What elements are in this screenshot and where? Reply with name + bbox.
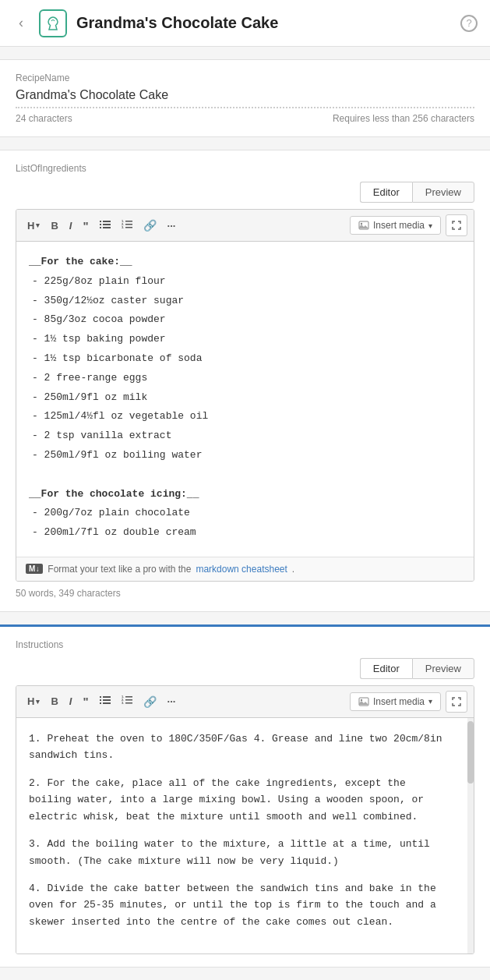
ingredients-line-7: - 250ml/9fl oz milk [29,390,461,406]
bold-button[interactable]: B [46,218,62,234]
recipe-name-meta: 24 characters Requires less than 256 cha… [16,113,474,124]
heading-button[interactable]: H▾ [23,218,44,234]
main-content: RecipeName Grandma's Chocolate Cake 24 c… [0,47,490,980]
svg-rect-2 [100,224,101,225]
recipe-name-value[interactable]: Grandma's Chocolate Cake [16,88,474,108]
insert-media-chevron: ▾ [428,221,432,230]
help-button[interactable]: ? [460,15,478,32]
instructions-para-2: 2. For the cake, place all of the cake i… [29,775,452,825]
ingredients-section: ListOfIngredients Editor Preview H▾ B I … [0,150,490,612]
ingredients-line-11: __For the chocolate icing:__ [29,486,461,503]
svg-rect-7 [125,221,132,222]
svg-rect-5 [103,227,111,228]
tab-preview-instructions[interactable]: Preview [412,658,474,679]
ingredients-word-count: 50 words, 349 characters [16,588,474,599]
insert-media-button[interactable]: Insert media ▾ [350,216,441,235]
instructions-para-1: 1. Preheat the oven to 180C/350F/Gas 4. … [29,731,452,764]
ingredients-line-4: - 1½ tsp baking powder [29,331,461,348]
instructions-unordered-list-button[interactable] [95,692,115,710]
fullscreen-button[interactable] [446,214,467,236]
svg-rect-17 [103,699,111,701]
svg-rect-14 [100,696,101,698]
instructions-para-4: 4. Divide the cake batter between the sa… [29,880,452,930]
more-button[interactable]: ··· [163,218,181,234]
char-limit: Requires less than 256 characters [333,113,474,124]
ingredients-line-3: - 85g/3oz cocoa powder [29,312,461,328]
instructions-insert-media-button[interactable]: Insert media ▾ [350,692,441,711]
instructions-heading-button[interactable]: H▾ [23,693,44,709]
insert-media-label: Insert media [373,220,425,231]
ingredients-line-13: - 200ml/7fl oz double cream [29,525,461,541]
ingredients-editor-body[interactable]: __For the cake:__ - 225g/8oz plain flour… [16,242,474,557]
recipe-name-section: RecipeName Grandma's Chocolate Cake 24 c… [0,59,490,137]
ingredients-editor-footer: M↓ Format your text like a pro with the … [16,557,474,581]
instructions-insert-media-chevron: ▾ [428,697,432,706]
svg-rect-3 [103,224,111,225]
unordered-list-button[interactable] [95,217,115,235]
ingredients-line-10: - 250ml/9fl oz boiling water [29,448,461,464]
svg-rect-23 [125,699,132,701]
svg-rect-11 [125,227,132,228]
svg-rect-16 [100,699,101,701]
recipe-name-label: RecipeName [16,73,474,83]
scrollbar-track[interactable] [467,718,474,953]
ingredients-toolbar: H▾ B I " 1.2.3. 🔗 ··· Insert media ▾ [16,210,474,242]
svg-rect-0 [100,221,101,222]
instructions-link-button[interactable]: 🔗 [139,693,161,710]
ingredients-tabs: Editor Preview [16,182,474,203]
scrollbar-thumb[interactable] [467,721,474,784]
tab-preview-ingredients[interactable]: Preview [412,182,474,203]
ingredients-line-9: - 2 tsp vanilla extract [29,428,461,444]
instructions-section: Instructions Editor Preview H▾ B I " 1.2… [0,624,490,968]
svg-text:3.: 3. [122,701,124,705]
svg-point-27 [361,699,362,701]
instructions-label: Instructions [16,639,474,650]
instructions-more-button[interactable]: ··· [163,693,181,709]
svg-rect-19 [103,702,111,704]
italic-button[interactable]: I [65,218,77,234]
svg-point-13 [361,223,362,225]
svg-rect-21 [125,696,132,698]
ingredients-line-6: - 2 free-range eggs [29,370,461,387]
svg-rect-25 [125,702,132,704]
instructions-quote-button[interactable]: " [78,692,93,710]
tab-editor-instructions[interactable]: Editor [360,658,412,679]
instructions-italic-button[interactable]: I [65,693,77,709]
svg-text:3.: 3. [122,225,124,229]
markdown-cheatsheet-link[interactable]: markdown cheatsheet [196,564,287,575]
svg-rect-4 [100,227,101,228]
back-button[interactable]: ‹ [12,12,30,34]
svg-rect-18 [100,702,101,704]
markdown-hint-text: Format your text like a pro with the [48,564,191,575]
svg-rect-9 [125,224,132,225]
instructions-tabs: Editor Preview [16,658,474,679]
ingredients-line-0: __For the cake:__ [29,254,461,271]
quote-button[interactable]: " [78,217,93,235]
char-count: 24 characters [16,113,72,124]
ingredients-line-8: - 125ml/4½fl oz vegetable oil [29,409,461,425]
svg-rect-15 [103,696,111,698]
ingredients-label: ListOfIngredients [16,163,474,174]
ingredients-line-12: - 200g/7oz plain chocolate [29,505,461,522]
ordered-list-button[interactable]: 1.2.3. [117,217,137,235]
instructions-editor-body[interactable]: 1. Preheat the oven to 180C/350F/Gas 4. … [16,718,467,953]
instructions-bold-button[interactable]: B [46,693,62,709]
instructions-insert-media-label: Insert media [373,696,425,707]
ingredients-line-5: - 1½ tsp bicarbonate of soda [29,351,461,367]
instructions-ordered-list-button[interactable]: 1.2.3. [117,692,137,710]
ingredients-line-1: - 225g/8oz plain flour [29,274,461,290]
page-title: Grandma's Chocolate Cake [76,14,451,32]
instructions-fullscreen-button[interactable] [446,691,467,713]
markdown-badge: M↓ [26,564,43,574]
tab-editor-ingredients[interactable]: Editor [360,182,412,203]
app-logo [39,9,67,37]
instructions-para-3: 3. Add the boiling water to the mixture,… [29,836,452,869]
app-header: ‹ Grandma's Chocolate Cake ? [0,0,490,47]
svg-rect-1 [103,221,111,222]
ingredients-line-2: - 350g/12½oz caster sugar [29,293,461,310]
link-button[interactable]: 🔗 [139,217,161,234]
instructions-toolbar: H▾ B I " 1.2.3. 🔗 ··· Insert media ▾ [16,686,474,718]
ingredients-editor: H▾ B I " 1.2.3. 🔗 ··· Insert media ▾ [16,209,474,582]
instructions-editor: H▾ B I " 1.2.3. 🔗 ··· Insert media ▾ [16,685,474,954]
